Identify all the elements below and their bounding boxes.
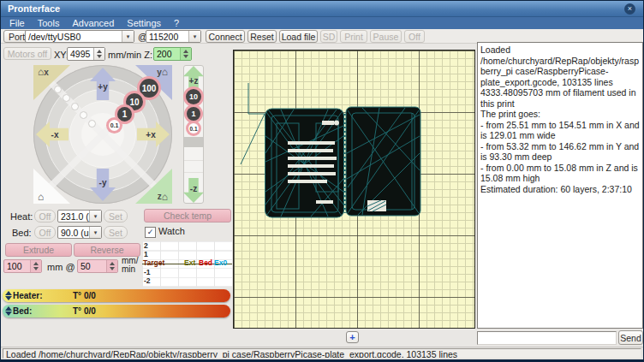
z-distance-01-badge[interactable]: 0.1: [188, 123, 199, 134]
bed-temp-combo[interactable]: 90.0 (us ▾: [57, 226, 102, 239]
jog-track-dot: [80, 111, 87, 119]
status-bar: Loaded /home/churchyard/RepRap/objekty/r…: [1, 347, 643, 359]
stepper-arrows-icon[interactable]: [106, 260, 117, 272]
home-icon: ⌂: [162, 68, 168, 100]
menu-tools[interactable]: Tools: [38, 17, 60, 29]
z-jog-column: +z 10 1 0.1 -z: [183, 65, 204, 204]
z-speed-value: 200: [154, 48, 180, 60]
home-x-label: x: [44, 68, 49, 77]
bed-off-button[interactable]: Off: [34, 226, 56, 239]
motors-off-button[interactable]: Motors off: [3, 47, 51, 60]
menu-bar: File Tools Advanced Settings ?: [1, 17, 643, 29]
watch-label: Watch: [158, 226, 185, 236]
stepper-arrows-icon[interactable]: [180, 48, 191, 60]
bed-temp-value: 90.0 (us: [58, 227, 89, 238]
chevron-down-icon[interactable]: ▾: [89, 227, 101, 238]
bed-gauge[interactable]: Bed: T° 0/0: [3, 305, 230, 317]
jog-track-dot: [63, 94, 70, 102]
watch-checkbox[interactable]: ✓: [145, 227, 156, 238]
title-bar[interactable]: Pronterface ×: [1, 1, 643, 17]
temp-graph-series-target: Target: [143, 258, 164, 267]
gauge-down-icon[interactable]: [5, 312, 12, 316]
stepper-arrows-icon[interactable]: [93, 48, 104, 60]
port-combo[interactable]: /dev/ttyUSB0 ▾: [25, 30, 134, 43]
xy-speed-stepper[interactable]: 4995: [67, 47, 105, 61]
reverse-button[interactable]: Reverse: [74, 243, 140, 257]
extrude-length-value: 100: [4, 260, 30, 272]
load-file-button[interactable]: Load file: [279, 30, 318, 43]
jog-distance-1-badge[interactable]: 1: [117, 107, 132, 122]
heater-gauge-label: Heater:: [13, 291, 42, 300]
send-button[interactable]: Send: [618, 330, 643, 345]
command-input[interactable]: [477, 331, 617, 345]
reset-button[interactable]: Reset: [247, 30, 277, 43]
menu-settings[interactable]: Settings: [127, 17, 161, 29]
z-distance-10-badge[interactable]: 10: [186, 89, 201, 104]
temp-graph-ytick: 2: [144, 241, 148, 250]
gcode-preview: [234, 50, 476, 329]
off-button[interactable]: Off: [404, 30, 425, 43]
jog-track-dot: [71, 103, 79, 110]
window-title: Pronterface: [8, 3, 60, 14]
bed-label: Bed:: [12, 228, 32, 238]
extrude-speed-stepper[interactable]: 50: [77, 259, 118, 273]
baud-combo-value: 115200: [146, 31, 188, 42]
console-log[interactable]: Loaded /home/churchyard/RepRap/objekty/r…: [477, 42, 643, 329]
heat-temp-combo[interactable]: 231.0 (u ▾: [57, 210, 102, 223]
extrude-button[interactable]: Extrude: [5, 243, 72, 257]
jog-distance-01-badge[interactable]: 0.1: [109, 120, 120, 131]
close-icon[interactable]: ×: [624, 3, 635, 15]
jog-track-dot: [88, 120, 96, 128]
bed-set-button[interactable]: Set: [104, 226, 128, 239]
extrude-speed-value: 50: [78, 260, 106, 272]
sd-button[interactable]: SD: [320, 30, 337, 43]
menu-file[interactable]: File: [9, 17, 25, 29]
status-text: Loaded /home/churchyard/RepRap/objekty/r…: [3, 348, 641, 359]
heater-gauge[interactable]: Heater: T° 0/0: [3, 289, 230, 302]
gcode-viewer[interactable]: [233, 50, 475, 329]
baud-combo[interactable]: 115200 ▾: [146, 30, 201, 43]
check-temp-button[interactable]: Check temp: [144, 209, 231, 223]
chevron-down-icon[interactable]: ▾: [89, 211, 101, 222]
pause-button[interactable]: Pause: [370, 30, 402, 43]
jog-plus-z-button[interactable]: +z: [183, 66, 204, 91]
heat-off-button[interactable]: Off: [34, 210, 56, 223]
chevron-down-icon[interactable]: ▾: [188, 31, 200, 42]
jog-pad: ⌂x y⌂ ⌂ z⌂ +y -y -x +x 100 10 1 0.1: [33, 65, 172, 204]
extrude-unit-label: mm/ min: [122, 257, 138, 274]
temp-graph-series-ex0: Ex0: [214, 258, 227, 267]
heat-set-button[interactable]: Set: [104, 210, 128, 223]
viewer-zoom-in-button[interactable]: +: [346, 331, 359, 343]
heater-gauge-value: T° 0/0: [73, 291, 96, 300]
z-distance-1-badge[interactable]: 1: [187, 107, 200, 121]
xy-speed-value: 4995: [68, 48, 93, 60]
jog-distance-100-badge[interactable]: 100: [140, 79, 158, 98]
jog-minus-z-button[interactable]: -z: [183, 178, 204, 203]
gauge-up-icon[interactable]: [5, 306, 12, 311]
z-speed-stepper[interactable]: 200: [153, 47, 192, 61]
menu-help[interactable]: ?: [174, 17, 179, 29]
home-icon: ⌂: [38, 193, 44, 201]
stepper-arrows-icon[interactable]: [30, 260, 41, 272]
extrude-length-stepper[interactable]: 100: [3, 259, 42, 273]
chevron-down-icon[interactable]: ▾: [122, 31, 134, 42]
mm-at-label: mm @: [47, 262, 75, 272]
temp-graph-ytick: 1: [144, 250, 148, 258]
temp-graph: 2 1 -1 -2 Target Ext Bed Ex0: [142, 241, 232, 287]
pronterface-window: Pronterface × File Tools Advanced Settin…: [0, 0, 644, 362]
bed-gauge-label: Bed:: [13, 306, 32, 316]
gauge-down-icon[interactable]: [5, 296, 12, 300]
temp-graph-ytick: -2: [144, 276, 151, 285]
home-icon: ⌂: [38, 68, 44, 76]
bed-gauge-value: T° 0/0: [73, 306, 96, 316]
heat-label: Heat:: [10, 211, 33, 222]
menu-advanced[interactable]: Advanced: [72, 17, 114, 29]
heat-temp-value: 231.0 (u: [58, 211, 89, 222]
z-column-cell: [184, 137, 203, 147]
print-button[interactable]: Print: [340, 30, 367, 43]
z-column-cell: [184, 149, 203, 161]
connect-button[interactable]: Connect: [206, 30, 245, 43]
gauge-up-icon[interactable]: [5, 291, 12, 295]
temp-graph-ytick: -1: [144, 268, 151, 276]
temp-graph-series-bed: Bed: [199, 258, 212, 267]
